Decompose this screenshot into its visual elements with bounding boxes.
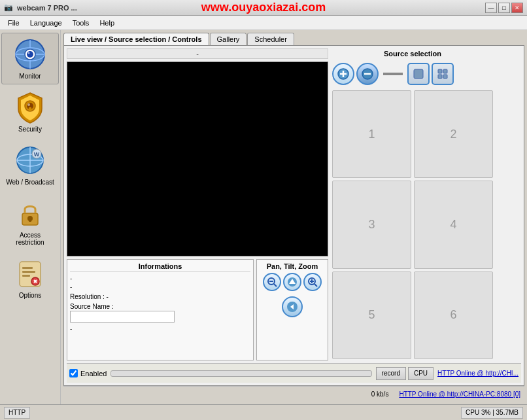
tab-bar: Live view / Source selection / Controls … — [63, 33, 524, 45]
tab-gallery[interactable]: Gallery — [210, 33, 247, 45]
title-bar: 📷 webcam 7 PRO ... www.ouyaoxiazai.com —… — [0, 0, 527, 16]
zoom-out-icon — [267, 277, 277, 287]
svg-rect-22 — [22, 271, 35, 273]
svg-rect-45 — [443, 69, 447, 73]
options-icon — [13, 256, 47, 290]
tab-scheduler[interactable]: Scheduler — [247, 33, 294, 45]
http-link[interactable]: HTTP Online @ http://CHINA-PC:8080 [0] — [399, 391, 520, 398]
svg-rect-19 — [29, 219, 31, 222]
record-cpu-area: record CPU — [376, 367, 434, 380]
source-panel: Source selection — [331, 48, 494, 360]
menu-language[interactable]: Language — [25, 18, 67, 28]
access-icon — [13, 196, 47, 230]
ptz-title: Pan, Tilt, Zoom — [260, 262, 325, 270]
menu-bar: File Language Tools Help — [0, 16, 527, 30]
source-cell-3[interactable]: 3 — [332, 181, 411, 268]
http-link-inline[interactable]: HTTP Online @ http://CHI... — [437, 370, 518, 377]
monitor-icon-container — [13, 37, 47, 71]
source-view1-button[interactable] — [407, 63, 430, 85]
info-panel: Informations - - Resolution : - Source N… — [67, 259, 254, 360]
minimize-button[interactable]: — — [485, 3, 497, 13]
ptz-zoom-in-button[interactable] — [303, 273, 322, 291]
maximize-button[interactable]: □ — [498, 3, 510, 13]
cpu-status: CPU 3% | 35.7MB — [461, 407, 523, 419]
sidebar-web-broadcast-label: Web / Broadcast — [6, 179, 54, 186]
sidebar-item-access[interactable]: Access restriction — [1, 192, 59, 251]
web-broadcast-icon-container: W — [13, 143, 47, 177]
monitor-icon — [13, 37, 47, 71]
sidebar-access-label: Access restriction — [5, 232, 56, 246]
sidebar: Monitor Security — [0, 30, 61, 404]
options-icon-container — [13, 256, 47, 290]
app-title: webcam 7 PRO ... — [17, 4, 77, 12]
sidebar-item-security[interactable]: Security — [1, 86, 59, 137]
source-name-input[interactable] — [70, 311, 175, 323]
close-button[interactable]: ✕ — [511, 3, 523, 13]
source-cell-2[interactable]: 2 — [414, 90, 493, 178]
svg-rect-21 — [22, 267, 33, 269]
ptz-panel: Pan, Tilt, Zoom — [256, 259, 328, 360]
bottom-controls-row: Enabled record CPU HTTP Online @ http://… — [67, 363, 521, 383]
svg-rect-23 — [22, 275, 30, 277]
sidebar-monitor-label: Monitor — [19, 73, 41, 80]
source-cell-1[interactable]: 1 — [332, 90, 411, 178]
sidebar-item-monitor[interactable]: Monitor — [1, 33, 59, 84]
ptz-controls — [260, 273, 325, 291]
video-section: - Informations - - Resolution : — [67, 48, 328, 360]
main-container: Monitor Security — [0, 30, 527, 404]
zoom-in-icon — [307, 277, 318, 287]
info-line2: - — [70, 283, 250, 290]
svg-line-28 — [274, 284, 277, 287]
svg-rect-10 — [29, 107, 31, 111]
content-area: Live view / Source selection / Controls … — [61, 30, 527, 404]
http-status: HTTP — [4, 407, 30, 419]
menu-file[interactable]: File — [3, 18, 25, 28]
menu-tools[interactable]: Tools — [67, 18, 95, 28]
source-divider — [383, 73, 403, 75]
enabled-checkbox[interactable] — [69, 369, 78, 377]
watermark: www.ouyaoxiazai.com — [201, 1, 326, 14]
sidebar-item-web-broadcast[interactable]: W Web / Broadcast — [1, 139, 59, 190]
source-grid: 1 2 3 4 5 — [331, 89, 494, 360]
ptz-back-button[interactable] — [282, 296, 303, 317]
ptz-zoom-out-button[interactable] — [263, 273, 281, 291]
sidebar-item-options[interactable]: Options — [1, 252, 59, 304]
source-cell-6[interactable]: 6 — [414, 271, 493, 359]
menu-help[interactable]: Help — [94, 18, 120, 28]
source-cell-4[interactable]: 4 — [414, 181, 493, 268]
horizontal-scrollbar[interactable] — [110, 370, 371, 377]
window-controls: — □ ✕ — [485, 3, 523, 13]
info-panel-title: Informations — [70, 262, 250, 272]
source-selection-title: Source selection — [331, 48, 494, 59]
grid-view-icon — [437, 68, 449, 80]
source-grid-button[interactable] — [432, 63, 454, 85]
tab-live-view[interactable]: Live view / Source selection / Controls — [63, 33, 209, 45]
svg-rect-43 — [414, 69, 423, 79]
enabled-checkbox-row: Enabled — [69, 369, 107, 377]
info-ptz-row: Informations - - Resolution : - Source N… — [67, 259, 328, 360]
title-bar-left: 📷 webcam 7 PRO ... — [4, 3, 77, 12]
security-icon-container — [13, 90, 47, 124]
video-title: - — [67, 48, 328, 59]
source-remove-button[interactable] — [356, 63, 379, 85]
single-view-icon — [413, 68, 424, 80]
source-add-button[interactable] — [332, 63, 354, 85]
web-broadcast-icon: W — [13, 143, 47, 177]
app-icon: 📷 — [4, 3, 13, 12]
video-canvas — [67, 61, 328, 256]
ptz-up-button[interactable] — [283, 273, 301, 291]
info-line1: - — [70, 275, 250, 282]
svg-point-6 — [28, 52, 30, 54]
source-cell-5[interactable]: 5 — [332, 271, 411, 359]
info-line3: - — [70, 325, 250, 332]
sidebar-security-label: Security — [18, 126, 42, 133]
back-arrow-icon — [286, 301, 298, 313]
svg-rect-46 — [438, 75, 442, 79]
record-button[interactable]: record — [376, 367, 406, 380]
cpu-button[interactable]: CPU — [408, 367, 434, 380]
svg-text:W: W — [34, 151, 40, 158]
source-toolbar — [331, 61, 494, 86]
svg-line-33 — [314, 284, 317, 287]
status-bar: HTTP CPU 3% | 35.7MB — [0, 404, 527, 420]
enabled-label: Enabled — [80, 370, 107, 377]
